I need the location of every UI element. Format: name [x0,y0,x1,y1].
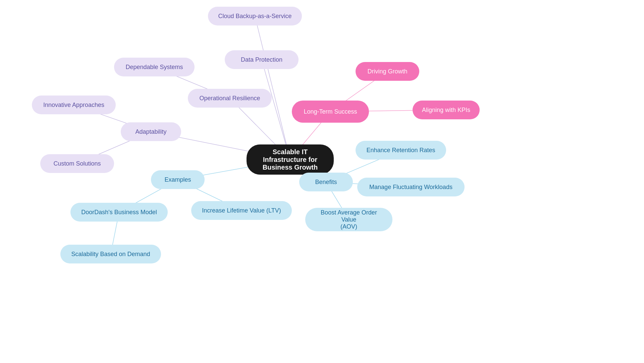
center-node[interactable]: Scalable IT Infrastructure for Business … [247,144,334,175]
operational-resilience-node[interactable]: Operational Resilience [188,89,272,108]
data-protection-node[interactable]: Data Protection [225,50,299,69]
innovative-approaches-node[interactable]: Innovative Approaches [32,96,116,114]
manage-workloads-node[interactable]: Manage Fluctuating Workloads [357,178,465,196]
svg-line-0 [255,16,290,160]
adaptability-node[interactable]: Adaptability [121,122,181,141]
scalability-demand-node[interactable]: Scalability Based on Demand [60,245,161,263]
aligning-kpis-node[interactable]: Aligning with KPIs [413,101,480,119]
custom-solutions-node[interactable]: Custom Solutions [40,154,114,173]
long-term-success-node[interactable]: Long-Term Success [292,101,369,123]
benefits-node[interactable]: Benefits [299,173,353,191]
increase-ltv-node[interactable]: Increase Lifetime Value (LTV) [191,201,292,220]
examples-node[interactable]: Examples [151,170,205,189]
cloud-backup-node[interactable]: Cloud Backup-as-a-Service [208,7,302,25]
doordash-node[interactable]: DoorDash's Business Model [70,203,168,222]
driving-growth-node[interactable]: Driving Growth [356,62,419,81]
mindmap-container: Scalable IT Infrastructure for Business … [0,0,644,363]
boost-aov-node[interactable]: Boost Average Order Value (AOV) [305,208,392,231]
enhance-retention-node[interactable]: Enhance Retention Rates [356,141,446,160]
dependable-systems-node[interactable]: Dependable Systems [114,58,195,76]
